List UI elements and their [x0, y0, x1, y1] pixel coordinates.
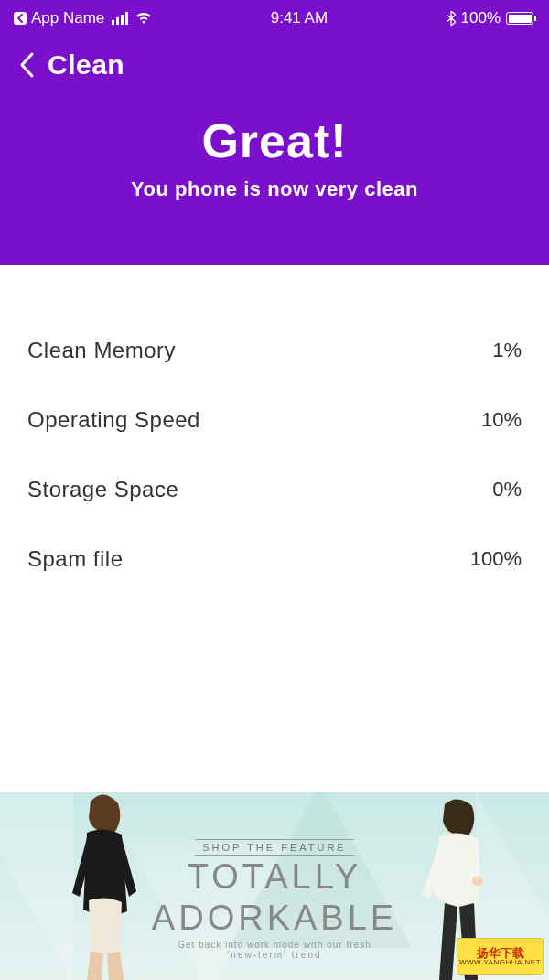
status-battery-pct: 100% — [461, 9, 501, 27]
stat-value: 10% — [481, 408, 522, 432]
watermark-badge: 扬华下载 WWW.YANGHUA.NET — [457, 938, 544, 975]
stat-row: Operating Speed 10% — [27, 385, 522, 455]
back-to-app-button[interactable]: App Name — [13, 9, 104, 27]
stat-row: Spam file 100% — [27, 524, 522, 594]
stat-value: 100% — [470, 547, 522, 571]
stat-row: Storage Space 0% — [27, 455, 522, 524]
ad-banner[interactable]: SHOP THE FEATURE TOTALLY ADORKABLE Get b… — [0, 792, 549, 980]
ad-headline-2: ADORKABLE — [0, 899, 549, 938]
watermark-url: WWW.YANGHUA.NET — [459, 959, 541, 966]
stat-value: 1% — [492, 339, 522, 362]
signal-icon — [112, 12, 128, 25]
svg-rect-0 — [14, 12, 27, 25]
page-title: Clean — [48, 49, 124, 81]
hero-section: Great! You phone is now very clean — [0, 86, 549, 210]
hero-subtitle: You phone is now very clean — [18, 178, 531, 201]
stat-row: Clean Memory 1% — [27, 316, 522, 385]
battery-icon — [506, 12, 536, 25]
status-app-name: App Name — [31, 9, 104, 27]
ad-feature-label: SHOP THE FEATURE — [195, 839, 353, 856]
stats-card: Clean Memory 1% Operating Speed 10% Stor… — [0, 265, 549, 630]
watermark-name: 扬华下载 — [477, 947, 524, 959]
wifi-icon — [135, 12, 152, 25]
back-icon[interactable] — [18, 51, 35, 79]
ad-headline-1: TOTALLY — [0, 857, 549, 897]
stat-value: 0% — [492, 478, 522, 501]
status-bar: App Name 9:41 AM 100% — [0, 0, 549, 37]
stat-label: Clean Memory — [27, 338, 176, 363]
hero-title: Great! — [18, 113, 531, 168]
stat-label: Storage Space — [27, 477, 178, 502]
bluetooth-icon — [447, 11, 456, 26]
back-app-icon — [13, 11, 27, 26]
stat-label: Spam file — [27, 546, 124, 572]
stat-label: Operating Speed — [27, 407, 200, 433]
status-time: 9:41 AM — [271, 9, 328, 27]
